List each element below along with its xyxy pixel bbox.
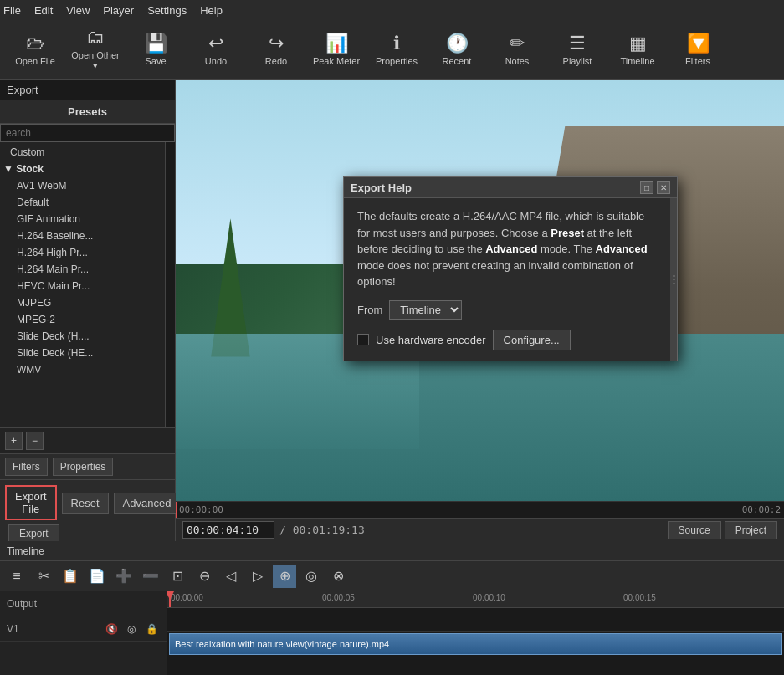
preset-slide-h[interactable]: Slide Deck (H....: [0, 328, 165, 345]
tl-track-area: Best realxation with nature view(vintage…: [167, 608, 784, 675]
properties-label: Properties: [376, 56, 418, 66]
menu-player[interactable]: Player: [103, 4, 134, 17]
preset-default[interactable]: Default: [0, 194, 165, 211]
tl-remove-button[interactable]: ➖: [139, 565, 162, 588]
from-row: From Timeline: [357, 300, 657, 320]
filters-toolbar-button[interactable]: 🔽 Filters: [669, 23, 726, 77]
tl-hamburger-button[interactable]: ≡: [5, 565, 28, 588]
playlist-icon: ☰: [569, 34, 586, 53]
source-project-tabs: Source Project: [668, 521, 777, 539]
properties-button[interactable]: ℹ Properties: [368, 23, 425, 77]
undo-button[interactable]: ↩ Undo: [187, 23, 244, 77]
tl-scrub-button[interactable]: ◎: [300, 565, 323, 588]
time-separator: / 00:01:19:13: [279, 524, 365, 536]
tl-copy-button[interactable]: 📋: [59, 565, 82, 588]
presets-header: Presets: [0, 100, 175, 124]
notes-button[interactable]: ✏ Notes: [489, 23, 546, 77]
project-tab[interactable]: Project: [725, 521, 777, 539]
preset-h264-high[interactable]: H.264 High Pr...: [0, 244, 165, 261]
tl-ripple-button[interactable]: ⊖: [192, 565, 216, 588]
reset-button[interactable]: Reset: [62, 493, 109, 514]
preset-wmv[interactable]: WMV: [0, 361, 165, 378]
timeline-title: Timeline: [7, 545, 44, 557]
preset-h264-baseline[interactable]: H.264 Baseline...: [0, 228, 165, 244]
menu-bar: File Edit View Player Settings Help: [0, 0, 784, 20]
export-buttons-row: Export File Reset Advanced: [0, 479, 175, 525]
tl-prev-button[interactable]: ◁: [219, 565, 243, 588]
preset-stock-group[interactable]: ▼ Stock: [0, 161, 165, 177]
properties-tab[interactable]: Properties: [53, 458, 114, 476]
v1-label: V1: [7, 623, 19, 635]
menu-settings[interactable]: Settings: [147, 4, 187, 17]
timeline-button[interactable]: ▦ Timeline: [609, 23, 666, 77]
from-select[interactable]: Timeline: [389, 300, 462, 320]
source-tab[interactable]: Source: [668, 521, 721, 539]
export-file-button[interactable]: Export File: [5, 485, 57, 520]
preset-controls: + −: [0, 427, 175, 453]
dialog-close-button[interactable]: ✕: [657, 181, 670, 194]
tl-snap-button[interactable]: ⊕: [273, 565, 296, 588]
export-title: Export: [0, 80, 175, 100]
tl-cut-button[interactable]: ✂: [32, 565, 55, 588]
menu-file[interactable]: File: [3, 4, 21, 17]
peak-meter-label: Peak Meter: [313, 56, 360, 66]
playlist-button[interactable]: ☰ Playlist: [549, 23, 606, 77]
export-tab[interactable]: Export: [8, 524, 59, 541]
transport-area: 00:00:00 00:00:2 / 00:01:19:13 Source Pr…: [176, 501, 784, 541]
configure-button[interactable]: Configure...: [493, 330, 571, 350]
dialog-resize-handle[interactable]: ⋮: [670, 198, 677, 361]
track-mute-button[interactable]: 🔇: [103, 621, 120, 637]
advanced-button[interactable]: Advanced: [114, 493, 181, 514]
filters-tab[interactable]: Filters: [5, 458, 48, 476]
tl-paste-button[interactable]: 📄: [85, 565, 109, 588]
save-button[interactable]: 💾 Save: [127, 23, 184, 77]
preset-slide-he[interactable]: Slide Deck (HE...: [0, 345, 165, 361]
track-solo-button[interactable]: ◎: [123, 621, 140, 637]
timeline-section: Timeline ≡ ✂ 📋 📄 ➕ ➖ ⊡ ⊖ ◁ ▷ ⊕ ◎ ⊗ Outpu…: [0, 541, 784, 675]
track-lock-button[interactable]: 🔒: [143, 621, 160, 637]
output-label-row: Output: [0, 591, 167, 616]
video-clip[interactable]: Best realxation with nature view(vintage…: [169, 633, 782, 655]
preset-hevc[interactable]: HEVC Main Pr...: [0, 278, 165, 294]
filters-label: Filters: [685, 56, 710, 66]
sidebar-scrollbar[interactable]: [165, 142, 175, 427]
dialog-bold-preset: Preset: [551, 227, 584, 239]
preset-gif[interactable]: GIF Animation: [0, 211, 165, 228]
tl-next-button[interactable]: ▷: [246, 565, 269, 588]
tl-lift-button[interactable]: ⊡: [166, 565, 189, 588]
dialog-controls: □ ✕: [640, 181, 670, 194]
output-label: Output: [7, 598, 37, 610]
timeline-labels: Output V1 🔇 ◎ 🔒: [0, 591, 167, 675]
bottom-tabs: Filters Properties: [0, 453, 175, 479]
remove-preset-button[interactable]: −: [26, 432, 44, 450]
tl-ripple2-button[interactable]: ⊗: [326, 565, 350, 588]
redo-button[interactable]: ↪ Redo: [248, 23, 305, 77]
current-time-display[interactable]: [182, 521, 274, 539]
menu-view[interactable]: View: [66, 4, 90, 17]
preset-mpeg2[interactable]: MPEG-2: [0, 311, 165, 328]
save-label: Save: [145, 56, 166, 66]
hw-encoder-checkbox[interactable]: [357, 334, 369, 345]
peak-meter-icon: 📊: [325, 34, 348, 53]
redo-label: Redo: [265, 56, 287, 66]
add-preset-button[interactable]: +: [5, 432, 23, 450]
ruler-mark-2: 00:00:10: [473, 593, 505, 602]
tl-add-button[interactable]: ➕: [112, 565, 136, 588]
open-file-button[interactable]: 🗁 Open File: [7, 23, 64, 77]
toolbar: 🗁 Open File 🗂 Open Other ▾ 💾 Save ↩ Undo…: [0, 20, 784, 80]
menu-help[interactable]: Help: [200, 4, 223, 17]
preset-h264-main[interactable]: H.264 Main Pr...: [0, 261, 165, 278]
content-row: Export Presets Custom ▼ Stock AV1 WebM D…: [0, 80, 784, 541]
peak-meter-button[interactable]: 📊 Peak Meter: [308, 23, 365, 77]
preset-mjpeg[interactable]: MJPEG: [0, 294, 165, 311]
preset-search-input[interactable]: [0, 124, 175, 142]
preset-custom[interactable]: Custom: [0, 144, 165, 161]
recent-button[interactable]: 🕐 Recent: [428, 23, 485, 77]
open-other-button[interactable]: 🗂 Open Other ▾: [67, 23, 124, 77]
ruler-time-end: 00:00:2: [742, 504, 784, 515]
app-body: Export Presets Custom ▼ Stock AV1 WebM D…: [0, 80, 784, 675]
playlist-label: Playlist: [563, 56, 592, 66]
preset-av1[interactable]: AV1 WebM: [0, 177, 165, 194]
menu-edit[interactable]: Edit: [34, 4, 53, 17]
dialog-restore-button[interactable]: □: [640, 181, 653, 194]
